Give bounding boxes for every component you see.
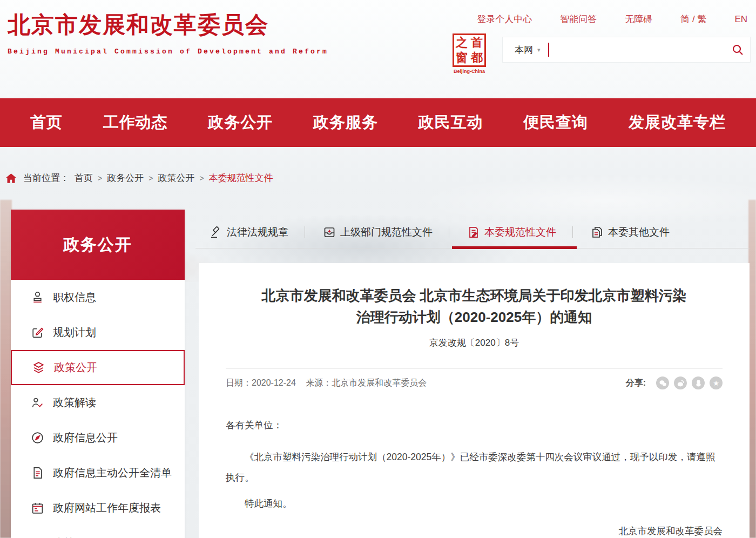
sidebar-item-label: 政策解读	[53, 395, 96, 410]
site-logo[interactable]: 北京市发展和改革委员会 Beijing Municipal Commission…	[8, 10, 328, 56]
gavel-icon	[210, 226, 222, 239]
sidebar-item-label: 政府网站工作年度报表	[53, 501, 161, 515]
document-type-tabs: 法律法规规章 上级部门规范性文件 本委规范性文件	[199, 216, 750, 248]
share-label: 分享:	[626, 378, 646, 389]
sidebar-item-planning[interactable]: 规划计划	[11, 315, 185, 350]
divider	[226, 368, 723, 369]
seal-char: 首	[469, 35, 484, 50]
search-scope-label: 本网	[515, 44, 533, 56]
qq-share-icon[interactable]	[692, 376, 705, 389]
breadcrumb-home[interactable]: 首页	[75, 172, 93, 184]
accessibility-link[interactable]: 无障碍	[625, 13, 652, 25]
sidebar-item-label: 决策目录	[53, 536, 96, 538]
stamp-icon	[30, 290, 45, 305]
sidebar-item-authority-info[interactable]: 职权信息	[11, 280, 185, 315]
compass-icon	[30, 431, 45, 445]
breadcrumb-separator: >	[148, 174, 153, 183]
search-input[interactable]	[549, 37, 725, 62]
nav-government-services[interactable]: 政务服务	[313, 112, 378, 133]
breadcrumb: 当前位置： 首页 > 政务公开 > 政策公开 > 本委规范性文件	[5, 172, 273, 184]
document-list-icon	[30, 466, 45, 480]
article-title: 北京市发展和改革委员会 北京市生态环境局关于印发北京市塑料污染治理行动计划（20…	[226, 285, 723, 328]
main-navigation: 首页 工作动态 政务公开 政务服务 政民互动 便民查询 发展改革专栏	[0, 98, 756, 147]
nav-public-interaction[interactable]: 政民互动	[418, 112, 483, 133]
seal-icon: 之 首 窗 都	[453, 33, 486, 67]
document-pen-icon	[467, 226, 480, 239]
smart-qa-link[interactable]: 智能问答	[560, 13, 597, 25]
layers-icon	[31, 360, 46, 375]
sidebar-item-label: 政策公开	[54, 360, 97, 375]
simplified-traditional-toggle[interactable]: 简 / 繁	[680, 13, 706, 25]
site-subtitle: Beijing Municipal Commission of Developm…	[8, 48, 328, 56]
report-calendar-icon	[30, 501, 45, 515]
home-icon[interactable]	[5, 173, 17, 184]
sidebar-item-label: 政府信息公开	[53, 431, 118, 445]
nav-home[interactable]: 首页	[30, 112, 63, 133]
nav-convenient-inquiry[interactable]: 便民查询	[523, 112, 588, 133]
article-paragraph: 《北京市塑料污染治理行动计划（2020-2025年）》已经市委深改委第十四次会议…	[226, 447, 723, 488]
tab-superior-normative-documents[interactable]: 上级部门规范性文件	[323, 216, 433, 248]
sidebar-item-proactive-disclosure-list[interactable]: 政府信息主动公开全清单	[11, 455, 185, 490]
plan-edit-icon	[30, 325, 45, 340]
background-photo-right	[748, 200, 756, 538]
tab-separator	[305, 226, 305, 238]
breadcrumb-policy-open[interactable]: 政策公开	[158, 172, 194, 184]
sidebar-item-policy-open[interactable]: 政策公开	[11, 350, 185, 385]
tab-label: 上级部门规范性文件	[340, 225, 433, 239]
sidebar-title-label: 政务公开	[63, 234, 132, 256]
tab-label: 法律法规规章	[227, 225, 288, 239]
date-label: 日期：	[226, 378, 252, 387]
breadcrumb-current: 本委规范性文件	[209, 172, 273, 184]
sidebar-title: 政务公开	[11, 210, 185, 280]
tab-label: 本委规范性文件	[484, 225, 556, 239]
share-bar: 分享: ★	[626, 376, 723, 389]
tab-laws-regulations[interactable]: 法律法规规章	[210, 216, 288, 248]
article-closing: 特此通知。	[226, 495, 723, 512]
sidebar-item-label: 规划计划	[53, 325, 96, 340]
article-panel: 北京市发展和改革委员会 北京市生态环境局关于印发北京市塑料污染治理行动计划（20…	[199, 263, 750, 538]
sidebar-item-annual-website-report[interactable]: 政府网站工作年度报表	[11, 490, 185, 526]
document-number: 京发改规〔2020〕8号	[226, 337, 723, 349]
tab-commission-other-documents[interactable]: 本委其他文件	[591, 216, 670, 248]
favorite-star-icon[interactable]: ★	[710, 376, 723, 389]
search-button[interactable]	[725, 37, 750, 62]
sidebar-item-policy-interpretation[interactable]: 政策解读	[11, 385, 185, 420]
article-salutation: 各有关单位：	[226, 418, 723, 433]
tab-separator	[572, 226, 573, 238]
wechat-share-icon[interactable]	[656, 376, 669, 389]
utility-links: 登录个人中心 智能问答 无障碍 简 / 繁 EN	[449, 13, 747, 25]
article-meta-row: 日期：2020-12-24 来源：北京市发展和改革委员会 分享:	[226, 376, 723, 389]
tab-commission-normative-documents[interactable]: 本委规范性文件	[467, 216, 556, 248]
source-label: 来源：	[306, 378, 332, 387]
sidebar-item-decision-catalog[interactable]: 决策目录	[11, 526, 185, 538]
chevron-down-icon: ▾	[537, 46, 541, 53]
seal-caption: Beijing-China	[449, 69, 490, 74]
seal-char: 都	[469, 50, 484, 65]
beijing-china-seal-logo[interactable]: 之 首 窗 都 Beijing-China	[449, 33, 490, 74]
article-signature: 北京市发展和改革委员会	[226, 523, 723, 538]
nav-work-dynamics[interactable]: 工作动态	[103, 112, 168, 133]
article-date: 2020-12-24	[252, 378, 296, 387]
person-check-icon	[30, 395, 45, 410]
breadcrumb-label: 当前位置：	[23, 172, 69, 184]
nav-government-affairs[interactable]: 政务公开	[208, 112, 273, 133]
weibo-share-icon[interactable]	[674, 376, 687, 389]
breadcrumb-separator: >	[98, 174, 102, 183]
sidebar-item-gov-info-open[interactable]: 政府信息公开	[11, 420, 185, 455]
seal-char: 之	[454, 35, 469, 50]
site-title: 北京市发展和改革委员会	[8, 10, 328, 40]
breadcrumb-separator: >	[199, 174, 204, 183]
article-source: 北京市发展和改革委员会	[332, 378, 427, 387]
search-icon	[731, 43, 744, 56]
search-bar: 本网 ▾	[502, 37, 751, 63]
site-header: 北京市发展和改革委员会 Beijing Municipal Commission…	[0, 0, 756, 98]
tab-label: 本委其他文件	[608, 225, 670, 239]
nav-reform-special-column[interactable]: 发展改革专栏	[629, 112, 726, 133]
search-scope-dropdown[interactable]: 本网 ▾	[503, 44, 548, 56]
background-photo-left	[0, 200, 12, 538]
sidebar: 政务公开 职权信息 规划计划 政策公开	[11, 210, 185, 538]
login-personal-center-link[interactable]: 登录个人中心	[477, 13, 532, 25]
copy-documents-icon	[591, 226, 604, 239]
breadcrumb-gov-affairs[interactable]: 政务公开	[107, 172, 144, 184]
english-link[interactable]: EN	[734, 14, 747, 25]
